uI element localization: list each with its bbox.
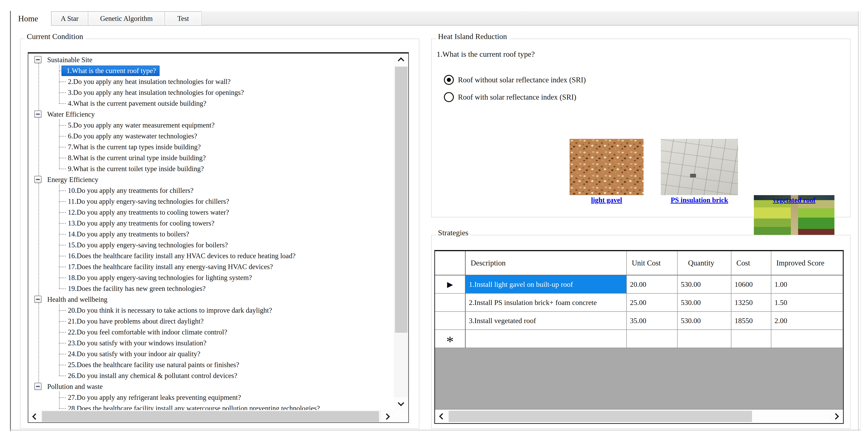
tree-horizontal-scrollbar[interactable] — [28, 410, 394, 423]
tree-item-selected[interactable]: 1.What is the current roof type? — [62, 66, 159, 76]
grid-cell-selected[interactable]: 1.Install light gavel on built-up roof — [466, 276, 627, 294]
tree-item-row[interactable]: 26.Do you install any chemical & polluta… — [28, 370, 392, 381]
tree-item-row[interactable]: 17.Does the healthcare facility install … — [28, 261, 392, 272]
link-light-gavel[interactable]: light gavel — [591, 196, 622, 204]
tree-item-label[interactable]: 16.Does the healthcare facility install … — [66, 251, 297, 260]
grid-cell[interactable]: 2.00 — [771, 312, 843, 330]
grid-cell[interactable]: 3.Install vegetated roof — [466, 312, 627, 330]
grid-new-row-cell[interactable] — [771, 330, 843, 348]
tree-item-row[interactable]: 15.Do you apply engery-saving technologi… — [28, 240, 392, 251]
grid-new-row-cell[interactable] — [732, 330, 771, 348]
tree-item-row[interactable]: 16.Does the healthcare facility install … — [28, 251, 392, 261]
tree-item-label[interactable]: 13.Do you apply any treatments for cooli… — [66, 219, 216, 228]
tree-item-row[interactable]: 23.Do you satisfy with your windows insu… — [28, 338, 392, 349]
vertical-scroll-thumb[interactable] — [395, 67, 407, 333]
current-condition-tree[interactable]: Sustainable Site1.What is the current ro… — [28, 52, 409, 423]
grid-cell[interactable]: 10600 — [732, 276, 771, 294]
tab-test[interactable]: Test — [165, 12, 201, 25]
tab-home[interactable]: Home — [17, 12, 39, 25]
link-vegetated-roof[interactable]: vegetated roof — [773, 196, 815, 204]
tree-item-row[interactable]: 1.What is the current roof type? — [28, 65, 392, 76]
tree-item-row[interactable]: 20.Do you think it is necessary to take … — [28, 305, 392, 316]
collapse-minus-icon[interactable] — [34, 56, 41, 63]
radio-unselected-icon[interactable] — [444, 92, 454, 102]
grid-cell[interactable]: 1.00 — [771, 276, 843, 294]
grid-header-col-unit-cost[interactable]: Unit Cost — [627, 251, 678, 276]
scroll-left-button[interactable] — [435, 410, 448, 423]
tree-item-row[interactable]: 22.Do you feel comfortable with indoor c… — [28, 327, 392, 338]
tree-item-row[interactable]: 4.What is the current pavement outside b… — [28, 98, 392, 109]
tree-item-label[interactable]: 3.Do you apply any heat insulation techn… — [66, 88, 246, 97]
grid-header-col-quantity[interactable]: Quantity — [678, 251, 732, 276]
grid-row-header[interactable] — [435, 312, 466, 330]
scroll-left-button[interactable] — [28, 410, 41, 423]
tree-item-label[interactable]: 19.Does the facility has new green techn… — [66, 284, 208, 293]
tree-item-row[interactable]: 11.Do you apply engery-saving technologi… — [28, 196, 392, 207]
tree-item-row[interactable]: 24.Do you satisfy with your indoor air q… — [28, 349, 392, 359]
tree-item-row[interactable]: 9.What is the current toilet type inside… — [28, 163, 392, 174]
scroll-right-button[interactable] — [830, 410, 843, 423]
tree-item-label[interactable]: 14.Do you apply any treatments to boiler… — [66, 230, 191, 239]
tree-item-row[interactable]: 25.Does the healthcare facility use natu… — [28, 359, 392, 370]
grid-header-col-description[interactable]: Description — [466, 251, 627, 276]
tree-item-label[interactable]: 6.Do you apply any wastewater technologi… — [66, 132, 199, 141]
grid-new-row-cell[interactable] — [627, 330, 678, 348]
tree-item-label[interactable]: 18.Do you apply engery-saving technologi… — [66, 273, 254, 282]
scroll-right-button[interactable] — [381, 410, 394, 423]
grid-new-row-cell[interactable] — [678, 330, 732, 348]
tab-a-star[interactable]: A Star — [52, 12, 88, 25]
grid-horizontal-scrollbar[interactable] — [435, 410, 843, 423]
tree-item-label[interactable]: 10.Do you apply any treatments for chill… — [66, 186, 195, 195]
horizontal-scroll-thumb[interactable] — [42, 411, 379, 422]
tree-item-row[interactable]: 27.Do you apply any refrigerant leaks pr… — [28, 392, 392, 403]
tree-vertical-scrollbar[interactable] — [394, 54, 408, 410]
grid-cell[interactable]: 530.00 — [678, 294, 732, 312]
tree-item-label[interactable]: 25.Does the healthcare facility use natu… — [66, 360, 241, 369]
tree-item-label[interactable]: 20.Do you think it is necessary to take … — [66, 306, 274, 315]
radio-selected-icon[interactable] — [444, 75, 454, 85]
collapse-minus-icon[interactable] — [34, 296, 41, 303]
tree-item-label[interactable]: 11.Do you apply engery-saving technologi… — [66, 197, 231, 206]
grid-cell[interactable]: 25.00 — [627, 294, 678, 312]
link-ps-insulation-brick[interactable]: PS insulation brick — [671, 196, 728, 204]
grid-cell[interactable]: 35.00 — [627, 312, 678, 330]
tree-item-row[interactable]: 18.Do you apply engery-saving technologi… — [28, 272, 392, 283]
tree-viewport[interactable]: Sustainable Site1.What is the current ro… — [28, 54, 395, 410]
tree-item-label[interactable]: 17.Does the healthcare facility install … — [66, 262, 275, 272]
grid-cell[interactable]: 1.50 — [771, 294, 843, 312]
scroll-down-button[interactable] — [394, 397, 408, 410]
tree-item-label[interactable]: 8.What is the current urinal type inside… — [66, 153, 208, 162]
grid-cell[interactable]: 2.Install PS insulation brick+ foam conc… — [466, 294, 627, 312]
collapse-minus-icon[interactable] — [34, 110, 41, 118]
grid-header-col-cost[interactable]: Cost — [732, 251, 771, 276]
tree-item-row[interactable]: 19.Does the facility has new green techn… — [28, 283, 392, 294]
grid-row-header[interactable]: ▶ — [435, 276, 466, 294]
grid-cell[interactable]: 20.00 — [627, 276, 678, 294]
radio-option-roof-without-sri[interactable]: Roof without solar reflectance index (SR… — [444, 74, 586, 85]
tree-item-label[interactable]: 21.Do you have problems about direct day… — [66, 317, 205, 326]
tab-genetic-algorithm[interactable]: Genetic Algorithm — [88, 12, 165, 25]
strategies-data-grid[interactable]: DescriptionUnit CostQuantityCostImproved… — [434, 250, 844, 424]
grid-new-row-cell[interactable] — [466, 330, 627, 348]
tree-item-label[interactable]: 12.Do you apply any treatments to coolin… — [66, 208, 231, 217]
grid-cell[interactable]: 530.00 — [678, 276, 732, 294]
tree-item-row[interactable]: 5.Do you apply any water measurement equ… — [28, 120, 392, 131]
horizontal-scroll-thumb[interactable] — [448, 411, 752, 422]
tree-item-label[interactable]: 9.What is the current toilet type inside… — [66, 164, 206, 173]
grid-cell[interactable]: 18550 — [732, 312, 771, 330]
tree-item-row[interactable]: 28.Does the healthcare facility install … — [28, 403, 392, 410]
grid-cell[interactable]: 530.00 — [678, 312, 732, 330]
tree-item-label[interactable]: 24.Do you satisfy with your indoor air q… — [66, 349, 202, 358]
collapse-minus-icon[interactable] — [34, 383, 41, 390]
tree-category-row[interactable]: Energy Efficiency — [28, 174, 392, 185]
tree-item-row[interactable]: 7.What is the current tap types inside b… — [28, 141, 392, 153]
tree-category-row[interactable]: Sustainable Site — [28, 55, 392, 65]
scroll-up-button[interactable] — [394, 54, 408, 66]
grid-row-header[interactable] — [435, 294, 466, 312]
tree-item-label[interactable]: 22.Do you feel comfortable with indoor c… — [66, 328, 229, 337]
grid-cell[interactable]: 13250 — [732, 294, 771, 312]
tree-item-label[interactable]: 5.Do you apply any water measurement equ… — [66, 121, 216, 130]
tree-item-row[interactable]: 13.Do you apply any treatments for cooli… — [28, 218, 392, 229]
tree-item-row[interactable]: 14.Do you apply any treatments to boiler… — [28, 229, 392, 240]
grid-new-row-header[interactable]: * — [435, 330, 466, 348]
